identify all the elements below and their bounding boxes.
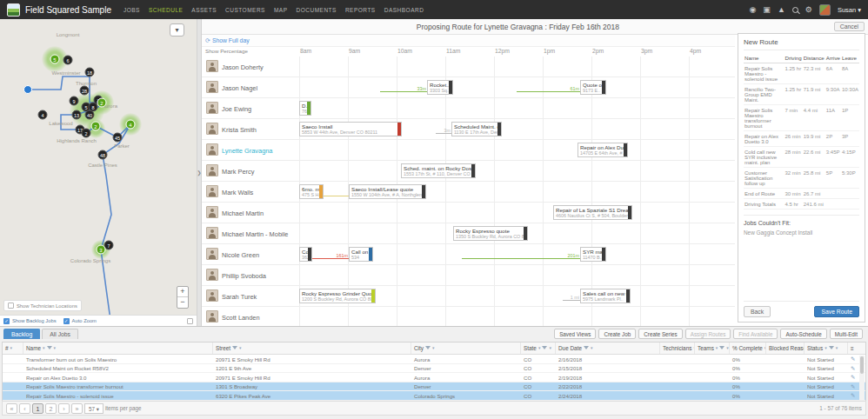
job-row[interactable]: Repair on Alex Duetto 3.020971 E Smoky H…: [3, 373, 865, 382]
column-header-state[interactable]: State▾▾: [521, 343, 556, 354]
search-icon[interactable]: [792, 7, 798, 13]
grid-scrollbar[interactable]: [859, 356, 865, 400]
gantt-task[interactable]: Repair on Alex Due..14705 E 64th Ave, # …: [578, 143, 628, 157]
route-stop-row[interactable]: Customer Satisfication follow up32 min25…: [744, 168, 859, 189]
route-stop-row[interactable]: Repair Solis Maestro - solenoid issue1.2…: [744, 63, 859, 84]
map-cluster-marker[interactable]: 4: [38, 110, 48, 120]
job-row[interactable]: Scheduled Maint on Rocket R58V21201 E 9t…: [3, 364, 865, 374]
column-header--complete[interactable]: % Complete▾: [730, 343, 766, 354]
user-menu[interactable]: Susan ▾: [838, 6, 861, 14]
map-cluster-marker[interactable]: 48: [98, 150, 108, 160]
gantt-task[interactable]: Cold call3621 S..: [299, 247, 312, 262]
nav-item-map[interactable]: MAP: [274, 7, 288, 13]
gantt-task[interactable]: 6mo. maint - Ranch..475 S Hart St, Denve…: [299, 184, 324, 199]
pager-page-2[interactable]: 2: [45, 403, 57, 414]
map-route-stop-marker[interactable]: 3: [97, 245, 106, 255]
pager-page-1[interactable]: 1: [32, 403, 43, 414]
gantt-task[interactable]: SYR mai..11470 B..: [580, 247, 606, 262]
create-series-button[interactable]: Create Series: [638, 329, 683, 339]
gantt-task[interactable]: Scheduled Maint. o..1130 E 17th Ave, Den…: [451, 122, 502, 136]
map-route-stop-marker[interactable]: 4: [126, 120, 136, 130]
zoom-in-button[interactable]: +: [177, 287, 188, 297]
column-header-technicians[interactable]: Technicians▾: [660, 343, 695, 354]
back-button[interactable]: Back: [744, 306, 771, 317]
nav-item-customers[interactable]: CUSTOMERS: [225, 7, 265, 13]
tab-all-jobs[interactable]: All Jobs: [42, 329, 78, 339]
job-row[interactable]: Transformer burn out on Solis Maestro209…: [3, 355, 865, 364]
nav-item-reports[interactable]: REPORTS: [345, 7, 376, 13]
pager-prev-button[interactable]: ‹: [19, 403, 30, 414]
gantt-task[interactable]: D..76: [299, 101, 311, 116]
route-stop-row[interactable]: Driving Totals4.5 hr241.6 mi: [744, 199, 859, 210]
map-cluster-marker[interactable]: 40: [85, 110, 95, 120]
map-cluster-marker[interactable]: 9: [70, 96, 79, 106]
column-header-due-date[interactable]: Due Date▾: [556, 343, 660, 354]
nav-item-documents[interactable]: DOCUMENTS: [297, 7, 337, 13]
gantt-task[interactable]: Sched. maint. on Rocky Doserl..1553 17th…: [401, 163, 476, 178]
column-header-blocked-reaso[interactable]: Blocked Reaso: [766, 343, 805, 354]
column-header-teams[interactable]: Teams▾▾: [695, 343, 730, 354]
route-stop-row[interactable]: End of Route30 min26.7 mi: [744, 189, 859, 199]
pager-next-button[interactable]: ›: [58, 403, 70, 414]
map-cluster-marker[interactable]: 13: [72, 110, 82, 120]
auto-zoom-checkbox[interactable]: ✓ Auto Zoom: [63, 318, 97, 324]
settings-gear-icon[interactable]: ⚙: [805, 5, 812, 14]
map-cluster-marker[interactable]: 28: [80, 86, 90, 96]
column-header-street[interactable]: Street▾: [213, 343, 411, 354]
column-header-name[interactable]: Name▾▾: [23, 343, 213, 354]
calendar-icon[interactable]: ▣: [763, 5, 771, 14]
map-cluster-marker[interactable]: 2: [82, 129, 91, 138]
status-icon[interactable]: ◉: [750, 5, 757, 14]
alerts-icon[interactable]: ▲: [778, 5, 785, 14]
pager-last-button[interactable]: »: [71, 403, 83, 414]
create-job-button[interactable]: Create Job: [598, 329, 636, 339]
gantt-task[interactable]: Saeco Install5853 W 44th Ave, Denver CO …: [299, 122, 402, 136]
route-stop-row[interactable]: Repair Solis Maestro transformer burnout…: [744, 105, 859, 131]
save-route-button[interactable]: Save Route: [814, 306, 859, 317]
route-stop-row[interactable]: Cold call new SYR inclusive maint. plan2…: [744, 147, 859, 168]
column-header--[interactable]: #▾: [3, 343, 23, 354]
column-header--[interactable]: ≡: [848, 343, 866, 354]
gantt-task[interactable]: Repair of La Spaziale S1 Dream4606 Nauti…: [553, 205, 632, 220]
route-stop-row[interactable]: Repair on Alex Duetto 3.026 min19.9 mi2P…: [744, 131, 859, 147]
map-cluster-marker[interactable]: 6: [63, 56, 73, 65]
map-route-stop-marker[interactable]: 5: [50, 55, 60, 64]
gantt-task[interactable]: Rocket..3303 Sq..: [427, 80, 453, 95]
gantt-task[interactable]: Saeco Install/Lease quote1550 W 104th Av…: [349, 184, 426, 199]
checkbox-unchecked-icon[interactable]: [187, 318, 193, 324]
pager-first-button[interactable]: «: [6, 403, 17, 414]
show-full-day-link[interactable]: ⟳Show Full day: [205, 37, 250, 44]
map-collapse-button[interactable]: ▾: [170, 23, 184, 37]
column-header-city[interactable]: City▾: [411, 343, 521, 354]
cancel-button[interactable]: Cancel: [834, 22, 865, 31]
tab-backlog[interactable]: Backlog: [3, 329, 40, 339]
gantt-task[interactable]: Sales call on new m..5975 Landmark Pl..: [580, 289, 631, 303]
auto-schedule-button[interactable]: Auto-Schedule: [780, 329, 826, 339]
route-stop-row[interactable]: Rancilio Two-Group EMD Maint.1.25 hr71.9…: [744, 84, 859, 105]
gantt-task[interactable]: Call on ..534: [349, 247, 373, 262]
nav-item-jobs[interactable]: JOBS: [124, 7, 140, 13]
multi-edit-button[interactable]: Multi-Edit: [830, 329, 863, 339]
nav-item-schedule[interactable]: SCHEDULE: [149, 7, 183, 13]
gantt-task[interactable]: Quote o..9173 E..: [580, 80, 606, 95]
nav-item-dashboard[interactable]: DASHBOARD: [384, 7, 424, 13]
gantt-task[interactable]: Rocky Espresso Grinder Quote1200 S Buckl…: [299, 289, 376, 303]
map-route-start-marker[interactable]: [23, 85, 32, 94]
saved-views-button[interactable]: Saved Views: [554, 329, 596, 339]
page-size-select[interactable]: 57 ▾: [84, 403, 103, 414]
show-technician-locations-checkbox[interactable]: Show Technician Locations: [3, 300, 82, 311]
map-panel[interactable]: LongmontWestminsterThorntonAuroraLakewoo…: [0, 19, 197, 326]
nav-item-assets[interactable]: ASSETS: [191, 7, 217, 13]
user-avatar[interactable]: [819, 4, 831, 16]
show-backlog-jobs-checkbox[interactable]: ✓ Show Backlog Jobs: [3, 318, 57, 324]
job-row[interactable]: Repair Solis Maestro - solenoid issue632…: [3, 391, 865, 401]
job-row[interactable]: Repair Solis Maestro transformer burnout…: [3, 382, 865, 392]
zoom-out-button[interactable]: −: [177, 297, 188, 308]
map-cluster-marker[interactable]: 18: [85, 68, 95, 77]
column-header-status[interactable]: Status▾▾: [805, 343, 848, 354]
map-route-stop-marker[interactable]: 2: [91, 122, 101, 131]
gantt-task[interactable]: Rocky Espresso quote1350 S Buckley Rd, A…: [453, 226, 528, 241]
map-cluster-marker[interactable]: 45: [113, 133, 123, 143]
show-percentage-label[interactable]: Show Percentage: [205, 48, 248, 54]
map-route-stop-marker[interactable]: 2: [97, 98, 107, 108]
